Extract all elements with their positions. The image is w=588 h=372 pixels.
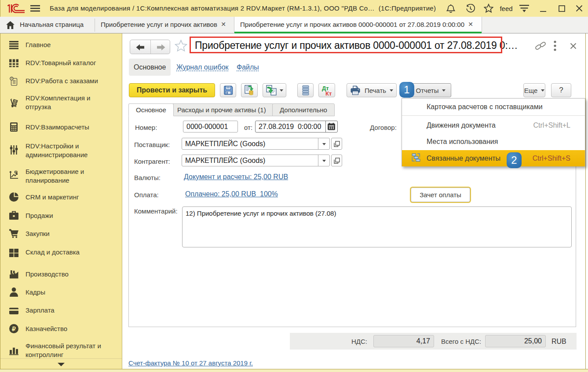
- svg-text:₽: ₽: [15, 170, 17, 173]
- svg-text:₽: ₽: [12, 325, 16, 332]
